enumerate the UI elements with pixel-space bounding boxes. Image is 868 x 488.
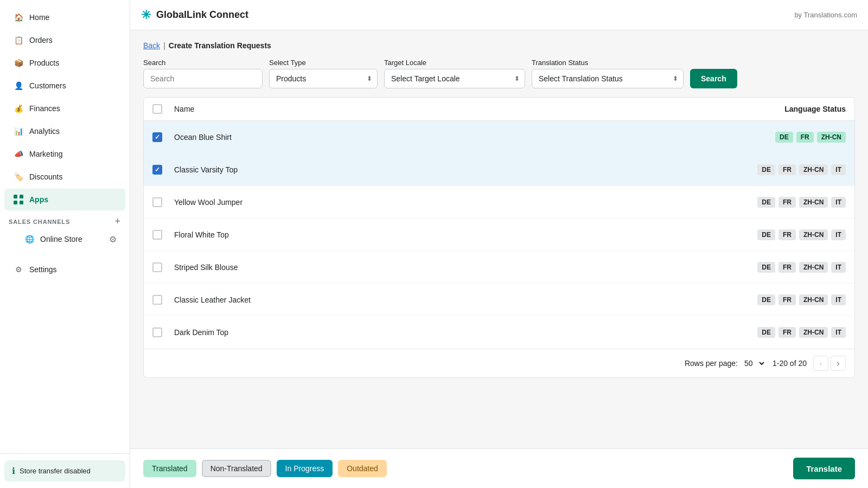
sidebar-item-online-store[interactable]: 🌐 Online Store ⚙ <box>4 229 125 249</box>
lang-badge: FR <box>778 164 796 175</box>
sidebar-item-customers[interactable]: 👤 Customers <box>4 75 125 97</box>
legend-translated: Translated <box>143 460 196 477</box>
legend-in-progress: In Progress <box>277 460 333 477</box>
lang-badge: DE <box>757 197 775 208</box>
prev-page-button[interactable]: ‹ <box>813 356 828 371</box>
status-select[interactable]: Select Translation Status Translated Non… <box>532 69 684 88</box>
lang-badge: ZH-CN <box>799 294 828 305</box>
customers-icon: 👤 <box>13 80 24 91</box>
sidebar-item-label: Home <box>29 13 49 22</box>
lang-badge: FR <box>778 262 796 273</box>
row-checkbox[interactable] <box>152 132 162 142</box>
table-row: Floral White TopDEFRZH-CNIT <box>144 219 854 251</box>
type-select[interactable]: Products Collections Pages Blogs Navigat… <box>269 69 378 88</box>
language-status: DEFRZH-CNIT <box>757 197 846 208</box>
next-page-button[interactable]: › <box>831 356 846 371</box>
sidebar-item-settings[interactable]: ⚙ Settings <box>4 259 125 280</box>
type-label: Select Type <box>269 59 378 67</box>
sidebar-item-analytics[interactable]: 📊 Analytics <box>4 120 125 142</box>
marketing-icon: 📣 <box>13 149 24 159</box>
sidebar-item-products[interactable]: 📦 Products <box>4 52 125 74</box>
product-name: Classic Leather Jacket <box>174 296 757 304</box>
lang-badge: FR <box>778 327 796 338</box>
row-checkbox[interactable] <box>152 197 162 207</box>
products-icon: 📦 <box>13 57 24 68</box>
language-status: DEFRZH-CN <box>775 132 846 143</box>
search-label: Search <box>143 59 263 67</box>
lang-badge: ZH-CN <box>799 164 828 175</box>
logo-icon: ✳ <box>141 8 151 22</box>
page-title: Create Translation Requests <box>169 41 271 50</box>
language-status: DEFRZH-CNIT <box>757 327 846 338</box>
search-button[interactable]: Search <box>690 69 737 88</box>
table-row: Yellow Wool JumperDEFRZH-CNIT <box>144 186 854 219</box>
info-icon: ℹ <box>12 466 15 476</box>
search-group: Search <box>143 59 263 88</box>
sidebar-item-label: Customers <box>29 81 66 90</box>
row-checkbox[interactable] <box>152 328 162 337</box>
sidebar-item-marketing[interactable]: 📣 Marketing <box>4 143 125 165</box>
search-input-wrap <box>143 69 263 88</box>
sidebar-item-label: Discounts <box>29 172 62 181</box>
settings-icon: ⚙ <box>13 264 24 275</box>
table-row: Classic Leather JacketDEFRZH-CNIT <box>144 284 854 316</box>
sidebar-nav: 🏠 Home 📋 Orders 📦 Products 👤 Customers 💰… <box>0 0 130 453</box>
legend-outdated: Outdated <box>338 460 387 477</box>
sidebar-item-label: Analytics <box>29 127 60 136</box>
translate-button[interactable]: Translate <box>793 458 855 479</box>
sidebar-item-label: Finances <box>29 104 60 113</box>
language-status: DEFRZH-CNIT <box>757 262 846 273</box>
row-checkbox[interactable] <box>152 262 162 272</box>
sidebar-item-label: Products <box>29 59 59 67</box>
lang-badge: ZH-CN <box>799 262 828 273</box>
sidebar-item-discounts[interactable]: 🏷️ Discounts <box>4 166 125 188</box>
sidebar-item-orders[interactable]: 📋 Orders <box>4 29 125 51</box>
status-select-wrap: Select Translation Status Translated Non… <box>532 69 684 88</box>
table-row: Ocean Blue ShirtDEFRZH-CN <box>144 121 854 153</box>
product-name: Dark Denim Top <box>174 328 757 337</box>
product-name: Floral White Top <box>174 230 757 239</box>
lang-badge: DE <box>757 262 775 273</box>
sidebar-item-label: Apps <box>29 195 48 204</box>
add-sales-channel-button[interactable]: + <box>115 216 121 227</box>
product-name: Yellow Wool Jumper <box>174 198 757 207</box>
topbar: ✳ GlobalLink Connect by Translations.com <box>130 0 868 30</box>
svg-rect-2 <box>14 201 17 204</box>
home-icon: 🏠 <box>13 12 24 23</box>
locale-label: Target Locale <box>384 59 525 67</box>
row-checkbox[interactable] <box>152 230 162 240</box>
settings-gear-icon[interactable]: ⚙ <box>109 234 117 245</box>
page-content: Back | Create Translation Requests Searc… <box>130 30 868 448</box>
discounts-icon: 🏷️ <box>13 171 24 182</box>
pagination-nav: ‹ › <box>813 356 846 371</box>
table-body: Ocean Blue ShirtDEFRZH-CNClassic Varsity… <box>144 121 854 349</box>
sidebar-item-apps[interactable]: Apps <box>4 189 125 210</box>
table-row: Dark Denim TopDEFRZH-CNIT <box>144 316 854 349</box>
select-all-checkbox[interactable] <box>152 104 162 114</box>
lang-badge: ZH-CN <box>799 327 828 338</box>
sidebar-item-label: Marketing <box>29 150 62 158</box>
rows-per-page-select[interactable]: 50 100 250 <box>742 358 766 368</box>
app-logo: ✳ GlobalLink Connect <box>141 8 248 22</box>
lang-badge: DE <box>775 132 793 143</box>
row-checkbox[interactable] <box>152 165 162 175</box>
legend-non-translated: Non-Translated <box>202 460 271 477</box>
sales-channels-section: SALES CHANNELS + <box>0 211 130 229</box>
store-transfer-notice: ℹ Store transfer disabled <box>4 460 125 481</box>
apps-icon <box>13 194 24 205</box>
name-column-header: Name <box>174 105 784 113</box>
store-transfer-label: Store transfer disabled <box>20 467 91 475</box>
row-checkbox[interactable] <box>152 295 162 305</box>
products-table: Name Language Status Ocean Blue ShirtDEF… <box>143 97 855 378</box>
locale-select[interactable]: Select Target Locale German (DE) French … <box>384 69 525 88</box>
search-input[interactable] <box>143 69 263 88</box>
sidebar-item-finances[interactable]: 💰 Finances <box>4 98 125 119</box>
language-status: DEFRZH-CNIT <box>757 229 846 240</box>
online-store-label: Online Store <box>40 235 82 243</box>
product-name: Striped Silk Blouse <box>174 263 757 272</box>
svg-rect-0 <box>14 195 17 198</box>
back-link[interactable]: Back <box>143 41 160 50</box>
svg-rect-1 <box>20 195 23 198</box>
sidebar-item-home[interactable]: 🏠 Home <box>4 7 125 28</box>
language-status: DEFRZH-CNIT <box>757 164 846 175</box>
